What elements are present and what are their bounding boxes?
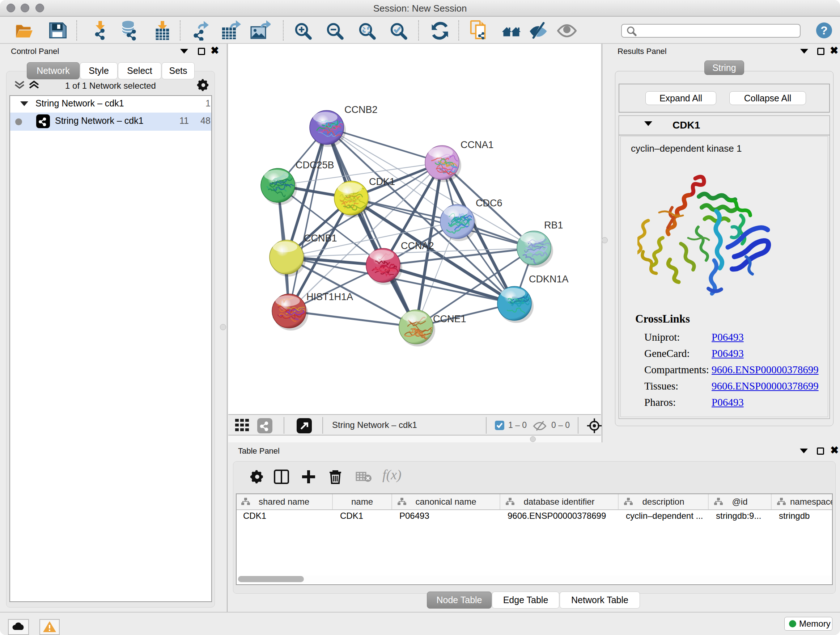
svg-text:HIST1H1A: HIST1H1A <box>306 291 353 302</box>
svg-text:CCNA2: CCNA2 <box>401 241 434 251</box>
svg-text:CCNE1: CCNE1 <box>433 314 466 325</box>
svg-text:CCNB1: CCNB1 <box>304 233 337 244</box>
svg-text:CDK1: CDK1 <box>369 176 395 187</box>
svg-text:CDKN1A: CDKN1A <box>529 274 569 285</box>
svg-text:RB1: RB1 <box>544 220 563 231</box>
svg-text:CDC6: CDC6 <box>476 198 502 209</box>
svg-text:CDC25B: CDC25B <box>295 160 334 171</box>
svg-text:CCNB2: CCNB2 <box>344 104 378 115</box>
svg-text:CCNA1: CCNA1 <box>461 139 494 150</box>
